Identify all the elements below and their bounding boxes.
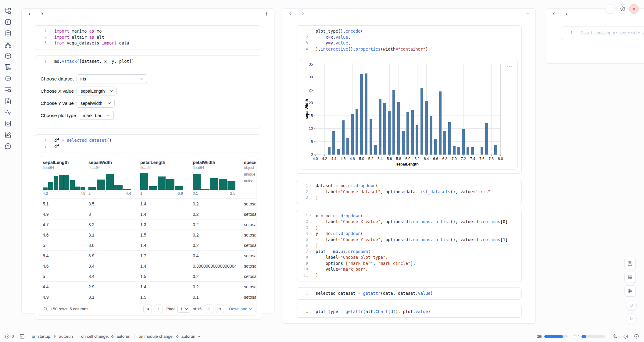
file-tree-icon[interactable]	[5, 7, 12, 15]
generate-link[interactable]: generate	[620, 30, 640, 35]
chart-bar[interactable]	[443, 131, 446, 155]
code-line[interactable]: 6)	[296, 243, 521, 249]
script-icon[interactable]	[5, 64, 12, 71]
chart-bar[interactable]	[425, 101, 428, 155]
chart-bar[interactable]	[416, 125, 418, 155]
chart-bar[interactable]	[360, 74, 363, 155]
dropdown-select[interactable]: iris	[77, 74, 147, 83]
chart-bar[interactable]	[485, 123, 488, 155]
chart-bar[interactable]	[481, 147, 483, 155]
chart-bar[interactable]	[365, 73, 367, 155]
fold-icon[interactable]: ⌄	[310, 182, 311, 188]
chart-bar[interactable]	[397, 102, 400, 155]
dropdown-select[interactable]: sepalLength	[77, 87, 117, 95]
code-line[interactable]: 2df	[35, 144, 261, 150]
chart-bar[interactable]	[346, 138, 349, 155]
code-line[interactable]: 2 label="Choose X value", options=df.col…	[296, 219, 521, 225]
column-header[interactable]: petalLengthfloat6416.9	[140, 160, 193, 198]
code-line[interactable]: 3)	[296, 225, 521, 231]
database-icon[interactable]	[5, 30, 12, 37]
add-column-button[interactable]	[263, 10, 270, 17]
code-cell-xy-plot-dropdowns[interactable]: 1⌄x = mo.ui.dropdown(2 label="Choose X v…	[296, 210, 522, 282]
code-line[interactable]: 2 label="Choose dataset", options=data.l…	[296, 189, 521, 195]
code-cell-plot[interactable]: 1⌄plot_type().encode(2 x=x.value,3 y=y.v…	[296, 25, 522, 174]
chart-bar[interactable]	[370, 119, 372, 155]
chart-bar[interactable]	[471, 147, 474, 155]
table-row[interactable]: 53.61.40.2setosa	[39, 240, 256, 250]
search-icon[interactable]	[43, 306, 48, 311]
code-cell-dataset-dropdown[interactable]: 1⌄dataset = mo.ui.dropdown(2 label="Choo…	[296, 180, 522, 204]
table-row[interactable]: 4.93.11.50.1setosa	[39, 292, 256, 302]
terminal-button[interactable]	[20, 334, 25, 339]
code-cell-vstack[interactable]: 1mo.vstack([dataset, x, y, plot]) Choose…	[35, 55, 261, 129]
chart-bar[interactable]	[342, 120, 345, 155]
dropdown-select[interactable]: sepalWidth	[77, 99, 115, 108]
column-scroll-left-button[interactable]	[550, 10, 557, 17]
shutdown-button[interactable]	[629, 4, 639, 14]
code-cell-selected-dataset[interactable]: 1selected_dataset = getattr(data, datase…	[296, 287, 522, 300]
chart-bar[interactable]	[411, 110, 414, 155]
code-line[interactable]: 10 value="mark_bar",	[296, 266, 521, 273]
snippets-icon[interactable]	[5, 120, 12, 127]
chart-bar[interactable]	[351, 114, 354, 155]
table-row[interactable]: 4.42.91.40.2setosa	[39, 281, 256, 292]
page-select[interactable]: 1	[177, 305, 190, 313]
code-line[interactable]: 1import marimo as mo	[35, 28, 261, 34]
fold-icon[interactable]: ⌄	[310, 212, 311, 218]
column-header[interactable]: speciesobjectuniquenulls:	[244, 160, 256, 198]
error-count-indicator[interactable]: 0	[5, 334, 14, 339]
chart-bar[interactable]	[406, 112, 409, 155]
table-row[interactable]: 5.13.51.40.2setosa	[39, 198, 256, 209]
help-icon[interactable]	[5, 143, 12, 150]
code-line[interactable]: 2import altair as alt	[35, 34, 261, 41]
chart-bar[interactable]	[430, 116, 432, 155]
chart-bar[interactable]	[328, 147, 331, 155]
dependency-graph-icon[interactable]	[5, 41, 12, 48]
notebook-menu-button[interactable]	[605, 4, 615, 14]
save-button[interactable]	[624, 258, 636, 269]
chart-bar[interactable]	[356, 109, 358, 155]
table-row[interactable]: 4.63.41.40.30000000000000004setosa	[39, 261, 256, 271]
prev-page-button[interactable]	[154, 305, 163, 313]
code-line[interactable]: 3 y=y.value,	[296, 40, 521, 46]
next-page-button[interactable]	[205, 305, 213, 313]
chart-bar[interactable]	[439, 91, 442, 155]
code-line[interactable]: 4⌄y = mo.ui.dropdown(	[296, 231, 521, 237]
code-line[interactable]: 8 label="Choose plot type",	[296, 255, 521, 261]
code-line[interactable]: 1⌄plot_type().encode(	[296, 28, 521, 34]
chart-bar[interactable]	[448, 122, 451, 155]
chart-bar[interactable]	[383, 103, 386, 155]
code-cell-plot-type[interactable]: 1plot_type = getattr(alt.Chart(df), plot…	[296, 306, 522, 318]
empty-code-cell[interactable]: 1 Start coding or generate with	[561, 27, 644, 40]
column-header[interactable]: petalWidthfloat640.12.5	[193, 160, 244, 198]
scratchpad-icon[interactable]	[5, 131, 12, 139]
code-line[interactable]: 7⌄plot = mo.ui.dropdown(	[296, 249, 521, 255]
chart-bar[interactable]	[388, 111, 391, 155]
code-line[interactable]: 1df = selected_dataset()	[35, 137, 261, 144]
chart-bar[interactable]	[420, 88, 423, 155]
package-icon[interactable]	[5, 52, 12, 60]
code-line[interactable]: 1⌄x = mo.ui.dropdown(	[296, 213, 521, 219]
add-column-button[interactable]	[524, 10, 531, 17]
code-line[interactable]: 3)	[296, 195, 521, 201]
code-line[interactable]: 1selected_dataset = getattr(data, datase…	[296, 290, 521, 297]
chart-bar[interactable]	[374, 145, 377, 155]
chat-bot-icon[interactable]	[5, 75, 12, 82]
code-cell-imports[interactable]: 1import marimo as mo2import altair as al…	[35, 25, 261, 49]
document-icon[interactable]	[5, 98, 12, 105]
run-button[interactable]	[626, 313, 637, 324]
chart-bar[interactable]	[462, 129, 465, 155]
copilot-icon[interactable]	[623, 334, 628, 339]
column-scroll-left-button[interactable]	[287, 10, 293, 17]
chart-bar[interactable]	[402, 131, 405, 155]
settings-button[interactable]	[618, 4, 628, 14]
stop-button[interactable]	[626, 300, 637, 311]
code-line[interactable]: 3from vega_datasets import data	[35, 40, 261, 46]
code-line[interactable]: 2 x=x.value,	[296, 34, 521, 41]
code-line[interactable]: 1⌄dataset = mo.ui.dropdown(	[296, 183, 521, 189]
chart-bar[interactable]	[494, 145, 497, 155]
chart-plot-area[interactable]: 051015202530354.04.24.44.64.85.05.25.45.…	[315, 64, 501, 155]
column-scroll-left-button[interactable]	[26, 10, 33, 17]
column-scroll-right-button[interactable]	[299, 10, 306, 17]
column-header[interactable]: sepalLengthfloat644.37.9	[43, 160, 88, 198]
